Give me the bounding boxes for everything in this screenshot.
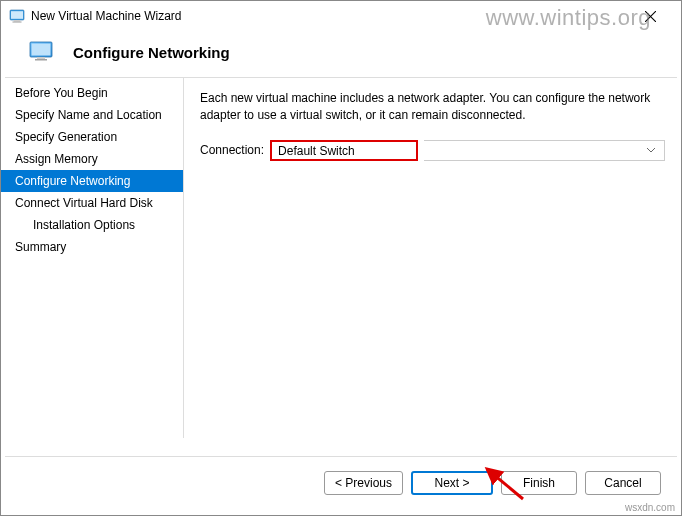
finish-button[interactable]: Finish	[501, 471, 577, 495]
wizard-header: Configure Networking	[1, 31, 681, 77]
svg-rect-7	[32, 44, 51, 56]
svg-rect-8	[37, 57, 45, 59]
chevron-down-icon	[646, 147, 656, 153]
connection-field: Connection: Default Switch	[200, 140, 665, 161]
app-icon	[9, 8, 25, 24]
sidebar-item-specify-name-and-location[interactable]: Specify Name and Location	[1, 104, 183, 126]
monitor-icon	[29, 41, 53, 63]
svg-rect-2	[14, 20, 20, 22]
sidebar-item-connect-virtual-hard-disk[interactable]: Connect Virtual Hard Disk	[1, 192, 183, 214]
close-button[interactable]	[633, 1, 673, 31]
titlebar: New Virtual Machine Wizard	[1, 1, 681, 31]
sidebar-item-before-you-begin[interactable]: Before You Begin	[1, 82, 183, 104]
sidebar-item-configure-networking[interactable]: Configure Networking	[1, 170, 183, 192]
connection-dropdown-ext[interactable]	[424, 140, 665, 161]
wizard-sidebar: Before You BeginSpecify Name and Locatio…	[1, 78, 184, 438]
connection-dropdown[interactable]: Default Switch	[270, 140, 418, 161]
description-text: Each new virtual machine includes a netw…	[200, 90, 665, 124]
svg-rect-3	[13, 22, 22, 23]
svg-rect-9	[35, 59, 47, 61]
cancel-button[interactable]: Cancel	[585, 471, 661, 495]
connection-label: Connection:	[200, 143, 264, 157]
sidebar-item-summary[interactable]: Summary	[1, 236, 183, 258]
page-title: Configure Networking	[73, 44, 230, 61]
sidebar-item-assign-memory[interactable]: Assign Memory	[1, 148, 183, 170]
sidebar-item-installation-options[interactable]: Installation Options	[1, 214, 183, 236]
previous-button[interactable]: < Previous	[324, 471, 403, 495]
sidebar-item-specify-generation[interactable]: Specify Generation	[1, 126, 183, 148]
wizard-footer: < Previous Next > Finish Cancel	[5, 456, 677, 509]
wizard-main: Each new virtual machine includes a netw…	[184, 78, 681, 438]
window-title: New Virtual Machine Wizard	[31, 9, 182, 23]
svg-rect-1	[11, 11, 23, 19]
close-icon	[645, 11, 656, 22]
connection-value: Default Switch	[278, 144, 355, 158]
next-button[interactable]: Next >	[411, 471, 493, 495]
